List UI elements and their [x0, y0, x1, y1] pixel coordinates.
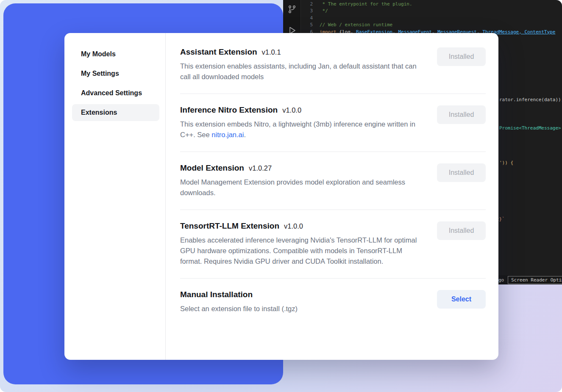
extension-row-tensorrt: TensortRT-LLM Extension v1.0.0 Enables a…	[180, 210, 486, 279]
code-line: 3 */	[301, 8, 562, 14]
sidebar-item-my-models[interactable]: My Models	[72, 46, 159, 63]
code-fragment: Promise<ThreadMessage>	[499, 125, 561, 131]
sidebar-item-extensions[interactable]: Extensions	[72, 104, 159, 121]
code-fragment: rator.inference(data));	[499, 97, 562, 102]
code-text: * The entrypoint for the plugin.	[313, 1, 412, 8]
installed-button-tensorrt[interactable]: Installed	[437, 221, 486, 240]
extension-version: v1.0.0	[282, 106, 301, 114]
extension-title: Model Extension	[180, 163, 244, 173]
extension-info: Inference Nitro Extension v1.0.0 This ex…	[180, 105, 425, 140]
extension-row-model: Model Extension v1.0.27 Model Management…	[180, 152, 486, 210]
code-area: 2 * The entrypoint for the plugin. 3 */ …	[301, 1, 562, 36]
code-line: 2 * The entrypoint for the plugin.	[301, 1, 562, 8]
settings-sidebar: My Models My Settings Advanced Settings …	[64, 33, 166, 360]
description-text: .	[244, 131, 246, 138]
installed-button-model[interactable]: Installed	[437, 163, 486, 182]
select-file-button[interactable]: Select	[437, 290, 486, 309]
code-fragment: ')) {	[499, 160, 513, 166]
extension-title: Inference Nitro Extension	[180, 105, 278, 115]
code-text: */	[313, 8, 328, 14]
extension-info: Assistant Extension v1.0.1 This extensio…	[180, 47, 425, 82]
extension-version: v1.0.27	[249, 164, 272, 172]
status-text: go	[498, 277, 504, 283]
code-text	[313, 15, 320, 22]
extension-version: v1.0.0	[284, 222, 303, 230]
extension-description: This extension enables assistants, inclu…	[180, 61, 425, 82]
line-number: 2	[301, 1, 313, 8]
code-line: 4	[301, 15, 562, 22]
page-background: 2 * The entrypoint for the plugin. 3 */ …	[0, 0, 562, 392]
manual-installation-description: Select an extension file to install (.tg…	[180, 304, 425, 314]
installed-button-nitro[interactable]: Installed	[437, 105, 486, 124]
code-text: // Web / extension runtime	[313, 22, 392, 28]
extension-description: Model Management Extension provides mode…	[180, 177, 425, 198]
extension-info: Model Extension v1.0.27 Model Management…	[180, 163, 425, 198]
manual-installation-title: Manual Installation	[180, 290, 253, 299]
extension-description: This extension embeds Nitro, a lightweig…	[180, 119, 425, 140]
sidebar-item-advanced-settings[interactable]: Advanced Settings	[72, 85, 159, 102]
installed-button-assistant[interactable]: Installed	[437, 47, 486, 66]
extension-info: Manual Installation Select an extension …	[180, 290, 425, 314]
manual-installation-row: Manual Installation Select an extension …	[180, 279, 486, 326]
extension-info: TensortRT-LLM Extension v1.0.0 Enables a…	[180, 221, 425, 267]
extension-version: v1.0.1	[262, 48, 281, 56]
extensions-panel: Assistant Extension v1.0.1 This extensio…	[166, 33, 498, 360]
settings-modal: My Models My Settings Advanced Settings …	[64, 33, 498, 360]
line-number: 3	[301, 8, 313, 14]
code-line: 5 // Web / extension runtime	[301, 22, 562, 28]
extension-description: Enables accelerated inference leveraging…	[180, 235, 425, 267]
extension-row-assistant: Assistant Extension v1.0.1 This extensio…	[180, 46, 486, 94]
extension-title: Assistant Extension	[180, 47, 257, 57]
screen-reader-badge[interactable]: Screen Reader Optimize	[508, 276, 562, 284]
sidebar-item-my-settings[interactable]: My Settings	[72, 65, 159, 82]
line-number: 4	[301, 15, 313, 22]
source-control-icon[interactable]	[287, 4, 297, 14]
line-number: 5	[301, 22, 313, 28]
nitro-link[interactable]: nitro.jan.ai	[211, 131, 244, 138]
extension-row-nitro: Inference Nitro Extension v1.0.0 This ex…	[180, 94, 486, 152]
extension-title: TensortRT-LLM Extension	[180, 221, 279, 231]
